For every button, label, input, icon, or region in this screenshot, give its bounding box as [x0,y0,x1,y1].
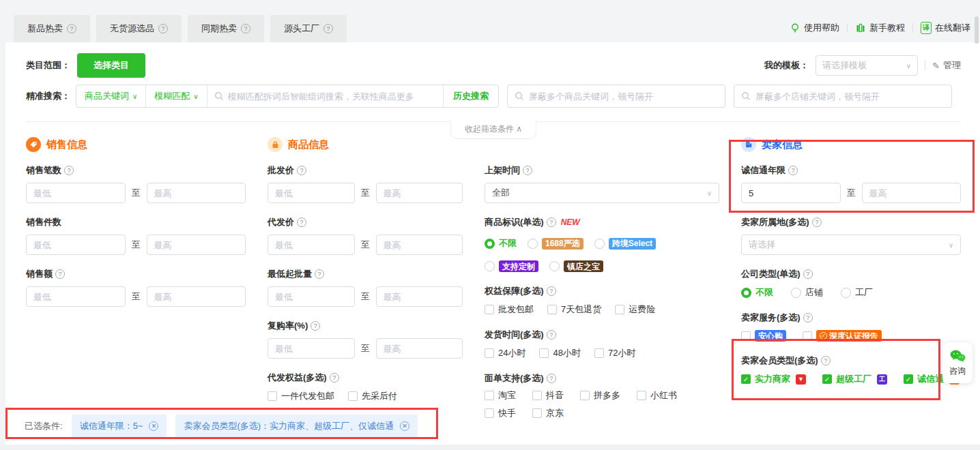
help-icon[interactable]: ? [523,166,532,175]
help-icon[interactable]: ? [821,356,831,365]
help-icon[interactable]: ? [241,24,250,33]
sales-count-max-input[interactable] [147,183,246,203]
history-search-button[interactable]: 历史搜索 [443,85,498,107]
radio-tag-crossborder-select[interactable]: 跨境Select [594,238,656,250]
listing-time-select[interactable]: 全部 ∨ [485,183,719,203]
radio-company-factory[interactable]: 工厂 [841,286,873,299]
checkbox-kuaishou[interactable]: 快手 [485,407,516,419]
checkbox-taobao[interactable]: 淘宝 [485,389,516,402]
checkbox-jingdong[interactable]: 京东 [532,407,564,419]
radio[interactable] [485,261,495,271]
match-type-dropdown[interactable]: 模糊匹配 ∨ [146,85,207,107]
radio-tag-1688-select[interactable]: 1688严选 [528,238,583,250]
checkbox[interactable] [547,305,557,314]
select-category-button[interactable]: 选择类目 [77,53,145,78]
checkbox[interactable] [532,391,542,400]
checkbox[interactable] [485,391,494,400]
remove-chip-icon[interactable]: ✕ [149,421,158,431]
checkbox[interactable] [637,391,646,400]
help-icon[interactable]: ? [311,321,320,331]
checkbox-48h[interactable]: 48小时 [539,347,580,359]
template-select[interactable]: 请选择模板 ∨ [816,55,918,76]
wechat-consult-button[interactable]: 咨询 [942,342,972,383]
block-product-keywords-input[interactable] [529,91,718,102]
sales-amount-max-input[interactable] [147,286,246,307]
radio[interactable] [841,288,851,298]
sales-count-min-input[interactable] [26,183,126,203]
block-shop-keywords-input[interactable] [755,91,945,102]
radio[interactable] [791,288,801,298]
checkbox-wholesale-free-shipping[interactable]: 批发包邮 [485,303,534,316]
repurchase-rate-max-input[interactable] [376,338,463,359]
repurchase-rate-min-input[interactable] [268,338,355,359]
checkbox-pinduoduo[interactable]: 拼多多 [580,389,620,402]
radio-selected[interactable] [485,239,495,249]
checkbox-free-shipping-dropship[interactable]: 一件代发包邮 [268,390,334,402]
tab-no-source[interactable]: 无货源选品 ? [96,15,182,42]
collapse-filters-button[interactable]: 收起筛选条件 ∧ [450,121,536,139]
radio[interactable] [594,239,605,249]
help-icon[interactable]: ? [55,269,65,279]
tab-same-period[interactable]: 同期热卖 ? [188,15,264,42]
checkbox-7day-return[interactable]: 7天包退货 [547,303,601,316]
radio-selected[interactable] [741,288,751,298]
checkbox[interactable] [268,391,277,401]
checkbox-shili-shangjia[interactable]: ✓ 实力商家 ▼ [741,373,806,385]
help-icon[interactable]: ? [547,286,556,296]
help-link[interactable]: 使用帮助 [790,22,839,34]
help-icon[interactable]: ? [803,269,813,279]
checkbox[interactable] [348,391,358,401]
help-icon[interactable]: ? [547,374,556,383]
scrollbar-thumb[interactable] [975,16,979,44]
min-order-max-input[interactable] [376,286,463,307]
radio-company-shop[interactable]: 店铺 [791,286,823,299]
help-icon[interactable]: ? [812,217,822,227]
help-icon[interactable]: ? [315,269,324,279]
sales-units-min-input[interactable] [26,235,126,255]
tab-new-hot[interactable]: 新品热卖 ? [14,15,90,42]
checkbox-24h[interactable]: 24小时 [485,347,525,359]
checkbox[interactable] [594,348,604,358]
help-icon[interactable]: ? [67,24,76,33]
help-icon[interactable]: ? [323,24,333,33]
chengxintong-years-max-input[interactable] [862,183,962,203]
checkbox-shipping-insurance[interactable]: 运费险 [615,303,655,316]
min-order-min-input[interactable] [268,286,355,307]
main-search-input[interactable] [228,91,436,102]
checkbox-72h[interactable]: 72小时 [594,347,635,359]
help-icon[interactable]: ? [547,330,556,340]
seller-location-select[interactable]: 请选择 ∨ [741,235,961,255]
checkbox[interactable] [539,348,549,358]
checkbox-checked[interactable]: ✓ [741,374,751,384]
checkbox-checked[interactable]: ✓ [822,374,832,384]
radio-tag-store-treasure[interactable]: 镇店之宝 [549,260,603,272]
radio-tag-customizable[interactable]: 支持定制 [485,260,538,272]
help-icon[interactable]: ? [788,166,798,175]
wholesale-price-min-input[interactable] [268,183,355,203]
dropship-price-min-input[interactable] [268,235,355,255]
checkbox[interactable] [485,348,494,358]
help-icon[interactable]: ? [803,313,813,322]
remove-chip-icon[interactable]: ✕ [400,421,409,431]
checkbox-xiaohongshu[interactable]: 小红书 [637,389,677,402]
help-icon[interactable]: ? [297,166,306,175]
checkbox[interactable] [741,331,751,341]
help-icon[interactable]: ? [158,24,168,33]
checkbox[interactable] [803,331,812,341]
sales-units-max-input[interactable] [147,235,246,255]
checkbox-checked[interactable]: ✓ [904,374,913,384]
translate-link[interactable]: 译 在线翻译 [921,22,970,34]
help-icon[interactable]: ? [64,166,74,175]
checkbox[interactable] [485,305,494,314]
tutorial-link[interactable]: 新手教程 [855,22,905,34]
help-icon[interactable]: ? [297,217,306,227]
checkbox[interactable] [580,391,590,400]
keyword-type-dropdown[interactable]: 商品关键词 ∨ [76,85,146,107]
checkbox-deep-cert-report[interactable]: ✓ 深度认证报告 [803,330,882,342]
checkbox[interactable] [615,305,624,314]
help-icon[interactable]: ? [330,373,339,382]
radio-tag-unlimited[interactable]: 不限 [485,237,517,250]
checkbox[interactable] [532,408,542,418]
tab-source-factory[interactable]: 源头工厂 ? [270,15,347,42]
chengxintong-years-min-input[interactable] [741,183,841,203]
